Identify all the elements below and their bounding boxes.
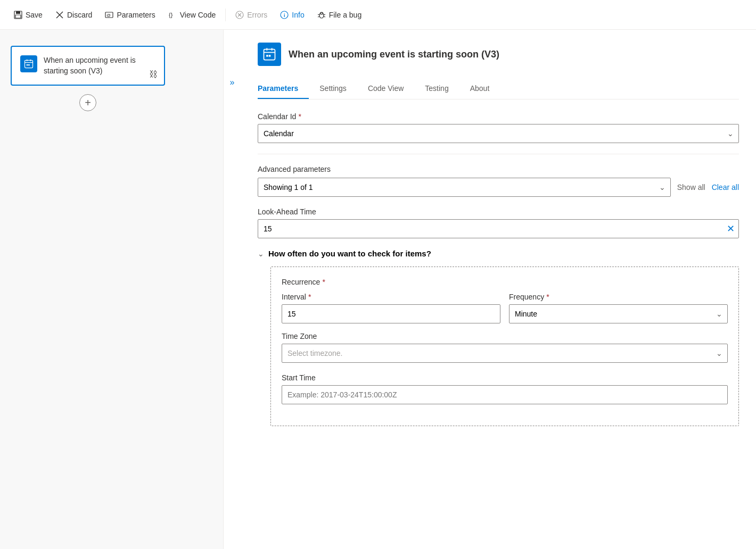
tab-testing[interactable]: Testing <box>414 79 459 99</box>
look-ahead-input-wrapper: ✕ <box>258 219 739 238</box>
tab-settings[interactable]: Settings <box>309 79 357 99</box>
parameters-label: Parameters <box>117 11 155 19</box>
svg-rect-19 <box>25 60 33 68</box>
parameters-icon: @ <box>105 11 113 19</box>
svg-rect-1 <box>16 11 20 14</box>
view-code-icon: {} <box>168 11 177 19</box>
toolbar-divider <box>225 9 226 21</box>
errors-button[interactable]: Errors <box>230 7 273 22</box>
recurrence-section: ⌄ How often do you want to check for ite… <box>258 249 739 426</box>
svg-text:@: @ <box>106 13 111 18</box>
calendar-id-select-wrapper: Calendar ⌄ <box>258 124 739 143</box>
svg-rect-30 <box>269 55 271 57</box>
node-title: When an upcoming event is starting soon … <box>44 55 155 76</box>
tab-about[interactable]: About <box>459 79 500 99</box>
timezone-select[interactable]: Select timezone. <box>282 344 728 363</box>
frequency-select[interactable]: Minute Hour Day Week Month <box>509 304 728 323</box>
advanced-params-row: Showing 1 of 1 ⌄ Show all Clear all <box>258 178 739 197</box>
recurrence-title: How often do you want to check for items… <box>268 249 431 258</box>
tabs: Parameters Settings Code View Testing Ab… <box>258 79 739 99</box>
save-icon <box>14 11 22 19</box>
svg-line-17 <box>318 16 319 17</box>
calendar-id-select[interactable]: Calendar <box>258 124 739 143</box>
file-bug-button[interactable]: File a bug <box>312 7 367 22</box>
panel-calendar-icon <box>262 47 277 62</box>
showing-select-wrapper: Showing 1 of 1 ⌄ <box>258 178 671 197</box>
svg-rect-24 <box>28 64 30 66</box>
advanced-params-label: Advanced parameters <box>258 165 739 173</box>
collapse-button[interactable]: » <box>230 78 235 87</box>
save-button[interactable]: Save <box>9 7 48 22</box>
link-icon: ⛓ <box>149 70 158 79</box>
divider <box>258 154 739 154</box>
showing-select[interactable]: Showing 1 of 1 <box>258 178 671 197</box>
node-card: When an upcoming event is starting soon … <box>11 46 165 86</box>
discard-label: Discard <box>67 11 92 19</box>
interval-field-group: Interval * <box>282 293 500 323</box>
svg-text:i: i <box>284 13 285 18</box>
errors-icon <box>235 11 244 19</box>
start-time-field-group: Start Time <box>282 373 728 404</box>
collapse-panel: » <box>224 30 241 549</box>
look-ahead-input[interactable] <box>258 219 739 238</box>
discard-icon <box>55 11 64 19</box>
timezone-label: Time Zone <box>282 332 728 340</box>
svg-rect-29 <box>266 55 268 57</box>
clear-all-button[interactable]: Clear all <box>712 183 739 192</box>
view-code-label: View Code <box>180 11 216 19</box>
svg-rect-2 <box>15 15 21 18</box>
look-ahead-label: Look-Ahead Time <box>258 207 739 216</box>
file-bug-label: File a bug <box>329 11 361 19</box>
frequency-select-wrapper: Minute Hour Day Week Month ⌄ <box>509 304 728 323</box>
info-icon: i <box>280 11 289 19</box>
show-all-button[interactable]: Show all <box>677 183 705 192</box>
calendar-id-label: Calendar Id * <box>258 112 739 121</box>
save-label: Save <box>26 11 43 19</box>
frequency-field-group: Frequency * Minute Hour Day Week Month <box>509 293 728 323</box>
view-code-button[interactable]: {} View Code <box>163 7 221 22</box>
recurrence-required: * <box>322 278 325 286</box>
main-layout: When an upcoming event is starting soon … <box>0 30 756 549</box>
panel-title: When an upcoming event is starting soon … <box>289 49 499 60</box>
info-button[interactable]: i Info <box>275 7 309 22</box>
recurrence-label: Recurrence * <box>282 278 728 286</box>
interval-label: Interval * <box>282 293 500 301</box>
svg-rect-23 <box>27 64 28 66</box>
info-label: Info <box>292 11 304 19</box>
tab-parameters[interactable]: Parameters <box>258 79 309 99</box>
timezone-select-wrapper: Select timezone. ⌄ <box>282 344 728 363</box>
svg-line-16 <box>324 14 325 15</box>
parameters-button[interactable]: @ Parameters <box>100 7 160 22</box>
recurrence-toggle-button[interactable]: ⌄ How often do you want to check for ite… <box>258 249 431 258</box>
start-time-label: Start Time <box>282 373 728 382</box>
interval-input[interactable] <box>282 304 500 323</box>
panel-header: When an upcoming event is starting soon … <box>258 43 739 66</box>
add-step-button[interactable]: + <box>79 94 96 111</box>
calendar-icon <box>23 59 34 69</box>
toolbar: Save Discard @ Parameters {} View Code E… <box>0 0 756 30</box>
advanced-params-group: Advanced parameters Showing 1 of 1 ⌄ Sho… <box>258 165 739 197</box>
right-panel: When an upcoming event is starting soon … <box>241 30 756 549</box>
add-btn-container: + <box>11 94 165 111</box>
svg-line-18 <box>324 16 325 17</box>
recurrence-box: Recurrence * Interval * Frequency <box>270 267 739 426</box>
errors-label: Errors <box>247 11 267 19</box>
bug-icon <box>317 11 326 19</box>
required-indicator: * <box>298 112 301 121</box>
left-panel: When an upcoming event is starting soon … <box>0 30 224 549</box>
tab-code-view[interactable]: Code View <box>357 79 414 99</box>
calendar-id-field-group: Calendar Id * Calendar ⌄ <box>258 112 739 143</box>
interval-frequency-row: Interval * Frequency * Minute <box>282 293 728 323</box>
look-ahead-clear-button[interactable]: ✕ <box>727 224 735 234</box>
svg-line-15 <box>318 14 319 15</box>
look-ahead-field-group: Look-Ahead Time ✕ <box>258 207 739 238</box>
panel-icon <box>258 43 281 66</box>
collapse-chevron-icon: ⌄ <box>258 249 264 258</box>
discard-button[interactable]: Discard <box>50 7 97 22</box>
start-time-input[interactable] <box>282 385 728 404</box>
timezone-field-group: Time Zone Select timezone. ⌄ <box>282 332 728 363</box>
node-icon <box>20 55 37 72</box>
frequency-label: Frequency * <box>509 293 728 301</box>
svg-text:{}: {} <box>169 12 173 18</box>
svg-rect-25 <box>264 49 275 60</box>
